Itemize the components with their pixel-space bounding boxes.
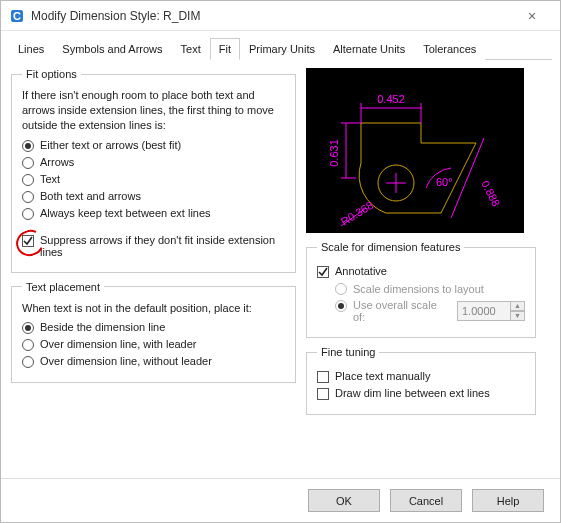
radio-arrows-label: Arrows bbox=[40, 156, 74, 168]
svg-text:0.888: 0.888 bbox=[479, 178, 502, 208]
spin-down-icon: ▼ bbox=[510, 311, 525, 321]
cancel-button[interactable]: Cancel bbox=[390, 489, 462, 512]
app-icon: C bbox=[9, 8, 25, 24]
svg-text:0.452: 0.452 bbox=[377, 93, 405, 105]
checkbox-icon bbox=[317, 388, 329, 400]
window-title: Modify Dimension Style: R_DIM bbox=[31, 9, 512, 23]
radio-scale-layout: Scale dimensions to layout bbox=[335, 282, 525, 295]
radio-both-label: Both text and arrows bbox=[40, 190, 141, 202]
radio-beside[interactable]: Beside the dimension line bbox=[22, 321, 285, 334]
checkbox-icon bbox=[317, 266, 329, 278]
spin-up-icon: ▲ bbox=[510, 301, 525, 311]
radio-either-label: Either text or arrows (best fit) bbox=[40, 139, 181, 151]
svg-text:0.631: 0.631 bbox=[328, 139, 340, 167]
tab-strip: Lines Symbols and Arrows Text Fit Primar… bbox=[1, 31, 560, 59]
svg-text:C: C bbox=[13, 10, 21, 22]
svg-line-13 bbox=[451, 138, 484, 218]
radio-over-leader-label: Over dimension line, with leader bbox=[40, 338, 197, 350]
ok-button[interactable]: OK bbox=[308, 489, 380, 512]
radio-both[interactable]: Both text and arrows bbox=[22, 190, 285, 203]
tab-fit[interactable]: Fit bbox=[210, 38, 240, 60]
text-placement-legend: Text placement bbox=[22, 281, 104, 293]
radio-always-keep-label: Always keep text between ext lines bbox=[40, 207, 211, 219]
check-annotative[interactable]: Annotative bbox=[317, 265, 525, 278]
check-draw-dim[interactable]: Draw dim line between ext lines bbox=[317, 387, 525, 400]
fine-tuning-legend: Fine tuning bbox=[317, 346, 379, 358]
radio-over-no-leader[interactable]: Over dimension line, without leader bbox=[22, 355, 285, 368]
help-button[interactable]: Help bbox=[472, 489, 544, 512]
tab-symbols-arrows[interactable]: Symbols and Arrows bbox=[53, 38, 171, 60]
svg-text:R0.368: R0.368 bbox=[339, 199, 375, 228]
radio-arrows[interactable]: Arrows bbox=[22, 156, 285, 169]
check-draw-dim-label: Draw dim line between ext lines bbox=[335, 387, 490, 399]
check-place-manual[interactable]: Place text manually bbox=[317, 370, 525, 383]
dialog-window: C Modify Dimension Style: R_DIM × Lines … bbox=[0, 0, 561, 523]
radio-scale-layout-label: Scale dimensions to layout bbox=[353, 283, 484, 295]
dialog-body: Fit options If there isn't enough room t… bbox=[1, 60, 560, 478]
overall-scale-spinner: ▲▼ bbox=[457, 301, 525, 321]
dialog-footer: OK Cancel Help bbox=[1, 478, 560, 522]
tab-primary-units[interactable]: Primary Units bbox=[240, 38, 324, 60]
checkbox-icon bbox=[317, 371, 329, 383]
titlebar: C Modify Dimension Style: R_DIM × bbox=[1, 1, 560, 31]
fit-options-legend: Fit options bbox=[22, 68, 81, 80]
radio-always-keep[interactable]: Always keep text between ext lines bbox=[22, 207, 285, 220]
check-suppress-label: Suppress arrows if they don't fit inside… bbox=[40, 234, 285, 258]
radio-either[interactable]: Either text or arrows (best fit) bbox=[22, 139, 285, 152]
radio-text[interactable]: Text bbox=[22, 173, 285, 186]
radio-text-label: Text bbox=[40, 173, 60, 185]
checkbox-icon bbox=[22, 235, 34, 247]
check-place-manual-label: Place text manually bbox=[335, 370, 430, 382]
radio-over-no-leader-label: Over dimension line, without leader bbox=[40, 355, 212, 367]
radio-overall-label: Use overall scale of: bbox=[353, 299, 451, 323]
radio-over-leader[interactable]: Over dimension line, with leader bbox=[22, 338, 285, 351]
dimension-preview: 0.452 0.631 0.888 60° R0.368 bbox=[306, 68, 524, 233]
tab-tolerances[interactable]: Tolerances bbox=[414, 38, 485, 60]
text-placement-group: Text placement When text is not in the d… bbox=[11, 281, 296, 384]
text-placement-intro: When text is not in the default position… bbox=[22, 301, 285, 316]
tab-text[interactable]: Text bbox=[172, 38, 210, 60]
radio-overall-scale: Use overall scale of: bbox=[335, 299, 451, 323]
check-annotative-label: Annotative bbox=[335, 265, 387, 277]
close-icon[interactable]: × bbox=[512, 8, 552, 24]
tab-alternate-units[interactable]: Alternate Units bbox=[324, 38, 414, 60]
fine-tuning-group: Fine tuning Place text manually Draw dim… bbox=[306, 346, 536, 415]
svg-text:60°: 60° bbox=[436, 176, 453, 188]
fit-options-intro: If there isn't enough room to place both… bbox=[22, 88, 285, 133]
tab-lines[interactable]: Lines bbox=[9, 38, 53, 60]
scale-legend: Scale for dimension features bbox=[317, 241, 464, 253]
check-suppress-arrows[interactable]: Suppress arrows if they don't fit inside… bbox=[22, 234, 285, 258]
scale-group: Scale for dimension features Annotative … bbox=[306, 241, 536, 338]
overall-scale-input bbox=[457, 301, 511, 321]
radio-beside-label: Beside the dimension line bbox=[40, 321, 165, 333]
fit-options-group: Fit options If there isn't enough room t… bbox=[11, 68, 296, 273]
